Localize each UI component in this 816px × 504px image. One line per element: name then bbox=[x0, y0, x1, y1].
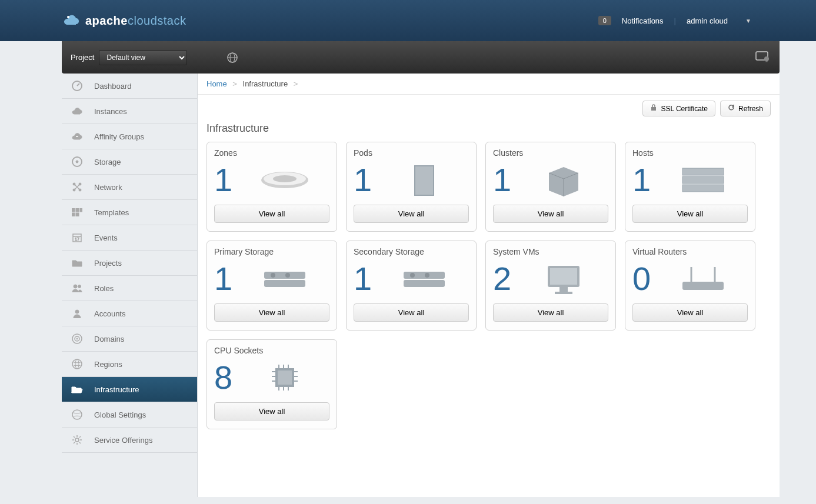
card-count: 1 bbox=[493, 163, 511, 196]
certificate-icon[interactable] bbox=[755, 51, 771, 64]
sidebar-item-service-offerings[interactable]: Service Offerings bbox=[62, 428, 197, 453]
svg-line-7 bbox=[77, 84, 79, 86]
user-name: admin cloud bbox=[687, 16, 728, 25]
svg-rect-55 bbox=[682, 282, 724, 290]
breadcrumb: Home > Infrastructure > bbox=[198, 74, 780, 95]
user-menu[interactable]: admin cloud ▼ bbox=[687, 16, 751, 25]
main-content: Home > Infrastructure > SSL Certificate … bbox=[197, 74, 780, 497]
sidebar-item-dashboard[interactable]: Dashboard bbox=[62, 74, 197, 99]
sidebar-item-events[interactable]: 17 Events bbox=[62, 225, 197, 251]
card-count: 0 bbox=[632, 262, 651, 295]
svg-point-0 bbox=[67, 16, 69, 18]
card-system-vms: System VMs 2 View all bbox=[485, 241, 616, 331]
users-icon bbox=[71, 282, 84, 295]
sidebar-item-label: Affinity Groups bbox=[94, 132, 144, 141]
target-icon bbox=[71, 332, 84, 345]
view-all-button[interactable]: View all bbox=[214, 205, 329, 223]
host-icon bbox=[658, 165, 748, 195]
sidebar-item-infrastructure[interactable]: Infrastructure bbox=[62, 377, 197, 402]
card-clusters: Clusters 1 View all bbox=[485, 142, 616, 232]
card-title: Virtual Routers bbox=[632, 247, 748, 256]
svg-rect-53 bbox=[559, 287, 568, 292]
view-all-button[interactable]: View all bbox=[632, 303, 748, 322]
view-all-button[interactable]: View all bbox=[632, 205, 748, 223]
svg-rect-19 bbox=[72, 213, 75, 216]
svg-point-46 bbox=[285, 273, 290, 278]
sidebar-item-instances[interactable]: Instances bbox=[62, 99, 197, 124]
sidebar-item-roles[interactable]: Roles bbox=[62, 276, 197, 301]
disk-icon bbox=[71, 155, 84, 168]
cloud-logo-icon bbox=[62, 11, 81, 30]
card-title: System VMs bbox=[493, 247, 608, 256]
storage-icon bbox=[379, 267, 469, 291]
card-secondary-storage: Secondary Storage 1 View all bbox=[346, 241, 477, 331]
header-bar: apachecloudstack 0 Notifications | admin… bbox=[0, 0, 816, 41]
sidebar-item-network[interactable]: Network bbox=[62, 175, 197, 200]
svg-text:17: 17 bbox=[75, 237, 79, 241]
link-icon bbox=[71, 130, 84, 143]
sidebar-item-label: Domains bbox=[94, 335, 124, 343]
svg-point-24 bbox=[74, 285, 77, 288]
page-title: Infrastructure bbox=[198, 122, 780, 142]
breadcrumb-home[interactable]: Home bbox=[207, 79, 227, 88]
view-all-button[interactable]: View all bbox=[214, 402, 329, 420]
sidebar-item-label: Infrastructure bbox=[94, 385, 139, 394]
view-all-button[interactable]: View all bbox=[354, 303, 469, 322]
sidebar-item-global-settings[interactable]: Global Settings bbox=[62, 402, 197, 428]
card-title: CPU Sockets bbox=[214, 346, 329, 355]
globe-icon bbox=[71, 358, 84, 371]
breadcrumb-separator: > bbox=[294, 79, 298, 88]
project-select[interactable]: Default view bbox=[99, 50, 187, 65]
svg-point-30 bbox=[72, 359, 82, 369]
card-count: 1 bbox=[214, 262, 232, 295]
card-primary-storage: Primary Storage 1 View all bbox=[207, 241, 337, 331]
actions-bar: SSL Certificate Refresh bbox=[198, 95, 780, 122]
toolbar: Project Default view bbox=[62, 41, 780, 74]
view-all-button[interactable]: View all bbox=[493, 303, 608, 322]
svg-point-29 bbox=[76, 338, 78, 339]
sidebar-item-templates[interactable]: Templates bbox=[62, 200, 197, 225]
card-title: Pods bbox=[354, 148, 469, 158]
calendar-icon: 17 bbox=[71, 231, 84, 244]
cpu-icon bbox=[239, 360, 329, 395]
view-all-button[interactable]: View all bbox=[214, 303, 329, 322]
card-count: 1 bbox=[214, 163, 232, 196]
svg-point-26 bbox=[75, 310, 79, 313]
globe-icon[interactable] bbox=[225, 51, 239, 65]
view-all-button[interactable]: View all bbox=[354, 205, 469, 223]
sidebar-item-label: Network bbox=[94, 183, 122, 192]
sidebar-item-regions[interactable]: Regions bbox=[62, 352, 197, 377]
folder-open-icon bbox=[71, 383, 84, 396]
ssl-certificate-button[interactable]: SSL Certificate bbox=[642, 101, 715, 116]
card-title: Secondary Storage bbox=[354, 247, 469, 256]
refresh-button[interactable]: Refresh bbox=[720, 101, 771, 116]
header-separator: | bbox=[674, 16, 676, 25]
sidebar-item-storage[interactable]: Storage bbox=[62, 149, 197, 175]
svg-point-33 bbox=[75, 438, 79, 442]
svg-point-31 bbox=[75, 359, 79, 369]
view-all-button[interactable]: View all bbox=[493, 205, 608, 223]
logo-text: apachecloudstack bbox=[85, 14, 186, 28]
sidebar-item-label: Accounts bbox=[94, 309, 125, 318]
globe-settings-icon bbox=[71, 408, 84, 421]
svg-point-5 bbox=[764, 56, 769, 61]
svg-point-45 bbox=[271, 273, 275, 278]
sidebar-item-affinity-groups[interactable]: Affinity Groups bbox=[62, 124, 197, 149]
svg-point-37 bbox=[273, 175, 297, 182]
svg-point-50 bbox=[425, 273, 429, 278]
cards-grid: Zones 1 View all Pods 1 View all Cluster… bbox=[198, 142, 780, 429]
notifications-link[interactable]: Notifications bbox=[622, 16, 664, 25]
notification-count-badge[interactable]: 0 bbox=[598, 16, 611, 25]
svg-rect-41 bbox=[682, 176, 724, 183]
svg-rect-47 bbox=[404, 272, 445, 279]
sidebar-item-label: Instances bbox=[94, 107, 127, 116]
sidebar-item-projects[interactable]: Projects bbox=[62, 251, 197, 276]
pod-icon bbox=[379, 162, 469, 198]
sidebar-item-accounts[interactable]: Accounts bbox=[62, 301, 197, 326]
card-count: 1 bbox=[354, 163, 372, 196]
breadcrumb-separator: > bbox=[232, 79, 237, 88]
svg-rect-52 bbox=[550, 268, 577, 285]
network-icon bbox=[71, 181, 84, 193]
logo[interactable]: apachecloudstack bbox=[62, 11, 186, 30]
sidebar-item-domains[interactable]: Domains bbox=[62, 326, 197, 352]
